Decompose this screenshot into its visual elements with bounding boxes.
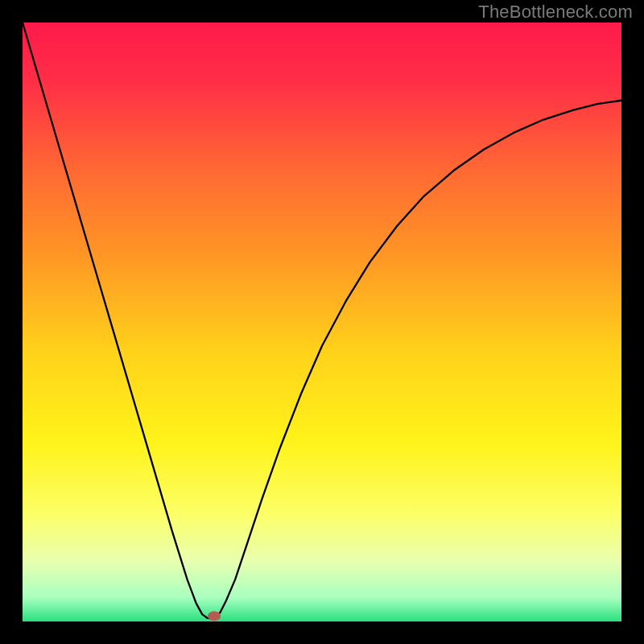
chart-frame: TheBottleneck.com [0, 0, 644, 644]
plot-area [23, 23, 621, 621]
optimal-marker [208, 611, 221, 621]
watermark-text: TheBottleneck.com [478, 2, 633, 23]
gradient-background [23, 23, 621, 621]
chart-svg [23, 23, 621, 621]
